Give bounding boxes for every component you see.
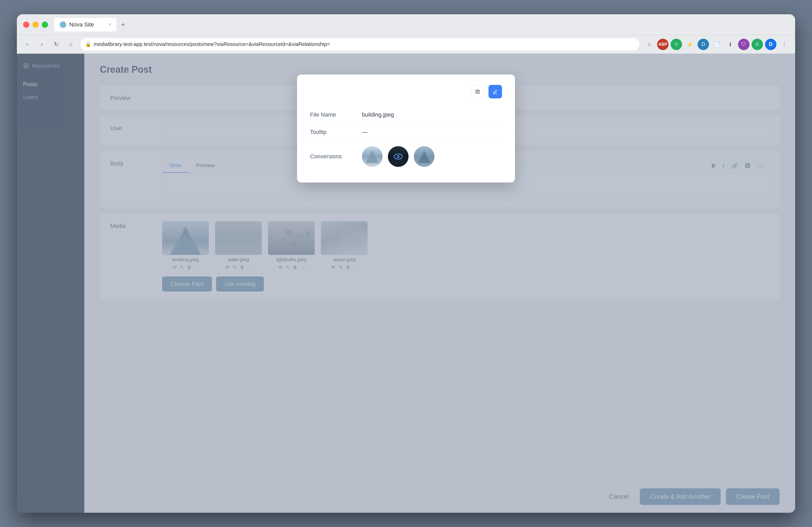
ext-info-button[interactable]: ℹ [725, 39, 736, 50]
ext-g-button[interactable]: G [752, 39, 763, 50]
conversion-circle-2[interactable]: cropped [388, 146, 409, 167]
browser-actions: ☆ ABP V ⚡ D 📄 ℹ 🛡 G D ⋮ [644, 39, 790, 50]
new-tab-button[interactable]: + [118, 19, 128, 30]
browser-window: 🌐 Nova Site × + ‹ › ↻ ⌂ 🔒 medialibrary-t… [17, 14, 795, 513]
modal-dialog: File Name building.jpeg Tooltip — Conver… [297, 74, 515, 183]
modal-conversions-value: cropped [362, 146, 502, 167]
ext-doc-button[interactable]: 📄 [711, 39, 723, 50]
modal-filename-row: File Name building.jpeg [310, 106, 502, 124]
conversion-circle-3[interactable] [414, 146, 435, 167]
home-button[interactable]: ⌂ [66, 39, 76, 49]
maximize-window-button[interactable] [42, 22, 48, 28]
ext-shield-button[interactable]: 🛡 [738, 39, 750, 50]
minimize-window-button[interactable] [32, 22, 39, 28]
adblock-extension[interactable]: ABP [657, 39, 669, 50]
modal-filename-label: File Name [310, 111, 362, 118]
user-avatar-button[interactable]: D [765, 39, 777, 50]
modal-conversions-row: Conversions [310, 141, 502, 172]
modal-tooltip-label: Tooltip [310, 129, 362, 136]
svg-rect-18 [493, 94, 497, 94]
main-content: ⊞ Resources Posts Users Create Post Prev… [17, 54, 795, 513]
modal-conversions-label: Conversions [310, 153, 362, 160]
traffic-lights [23, 22, 48, 28]
close-window-button[interactable] [23, 22, 29, 28]
edit-icon [492, 89, 498, 95]
ext-bolt-button[interactable]: ⚡ [684, 39, 696, 50]
url-text: medialibrary-test-app.test/nova/resource… [93, 41, 330, 47]
modal-header [310, 85, 502, 98]
title-bar: 🌐 Nova Site × + [17, 14, 795, 35]
tab-bar: 🌐 Nova Site × + [54, 18, 789, 31]
active-tab[interactable]: 🌐 Nova Site × [54, 18, 116, 31]
modal-filename-value: building.jpeg [362, 111, 502, 118]
lock-icon: 🔒 [85, 42, 91, 47]
modal-tooltip-value: — [362, 129, 502, 136]
back-button[interactable]: ‹ [22, 39, 32, 49]
modal-delete-button[interactable] [471, 85, 484, 98]
bookmark-button[interactable]: ☆ [644, 39, 655, 50]
url-bar[interactable]: 🔒 medialibrary-test-app.test/nova/resour… [80, 38, 639, 51]
tab-favicon: 🌐 [59, 21, 67, 28]
modal-edit-button[interactable] [489, 85, 502, 98]
modal-tooltip-row: Tooltip — [310, 124, 502, 141]
tab-title: Nova Site [69, 21, 94, 28]
trash-icon [475, 89, 480, 95]
conversion-circle-1[interactable] [362, 146, 383, 167]
ext-d-button[interactable]: D [698, 39, 709, 50]
modal-overlay[interactable]: File Name building.jpeg Tooltip — Conver… [17, 54, 795, 513]
svg-point-28 [398, 156, 399, 157]
address-bar: ‹ › ↻ ⌂ 🔒 medialibrary-test-app.test/nov… [17, 35, 795, 54]
reload-button[interactable]: ↻ [51, 39, 61, 49]
forward-button[interactable]: › [37, 39, 47, 49]
conversions-container: cropped [362, 146, 502, 167]
tab-close-button[interactable]: × [108, 22, 111, 27]
ext-v-button[interactable]: V [671, 39, 682, 50]
menu-button[interactable]: ⋮ [779, 39, 790, 50]
